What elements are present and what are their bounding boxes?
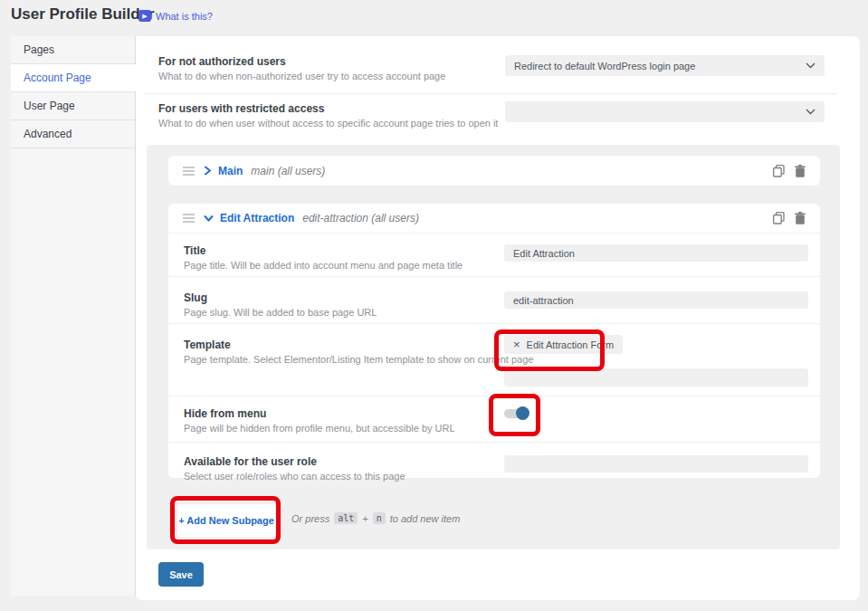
field-label: Hide from menu: [184, 407, 455, 420]
hide-from-menu-toggle[interactable]: [504, 409, 528, 418]
chevron-down-icon: [806, 62, 816, 69]
save-button[interactable]: Save: [158, 562, 204, 587]
field-user-role: Available for the user role Select user …: [184, 455, 405, 482]
help-link-label: What is this?: [156, 11, 213, 22]
field-description: Select user role/roles who can access to…: [184, 471, 405, 482]
drag-handle-icon[interactable]: [183, 217, 195, 219]
subpage-card-main: Main main (all users): [168, 156, 820, 186]
remove-tag-icon[interactable]: ×: [513, 339, 520, 350]
template-select-input[interactable]: [504, 368, 808, 387]
subpage-card-edit-attraction: Edit Attraction edit-attraction (all use…: [168, 204, 820, 478]
setting-label: For users with restricted access: [158, 102, 498, 115]
field-slug: Slug Page slug. Will be added to base pa…: [184, 291, 377, 318]
template-tag-label: Edit Attraction Form: [527, 339, 615, 350]
not-authorized-select[interactable]: Redirect to default WordPress login page: [505, 55, 825, 76]
chevron-down-icon: [806, 109, 816, 115]
setting-restricted-access: For users with restricted access What to…: [158, 102, 498, 129]
sidebar: Pages Account Page User Page Advanced: [11, 36, 136, 596]
sidebar-item-advanced[interactable]: Advanced: [11, 120, 135, 148]
help-link[interactable]: ▶ What is this?: [138, 10, 213, 22]
field-hide-from-menu: Hide from menu Page will be hidden from …: [184, 407, 455, 434]
sidebar-item-account-page[interactable]: Account Page: [11, 64, 136, 92]
field-divider: [168, 396, 820, 396]
setting-description: What to do when non-authorized user try …: [158, 71, 445, 81]
field-label: Available for the user role: [184, 455, 405, 468]
sidebar-item-pages[interactable]: Pages: [11, 36, 135, 64]
subpage-card-main-header: Main main (all users): [168, 156, 820, 186]
field-divider: [168, 323, 820, 324]
field-description: Page title. Will be added into account m…: [184, 260, 463, 271]
shortcut-hint: Or press alt + n to add new item: [291, 512, 460, 524]
trash-icon[interactable]: [795, 165, 806, 177]
chevron-down-icon[interactable]: [204, 215, 214, 223]
row-divider: [145, 93, 837, 94]
drag-handle-icon[interactable]: [183, 170, 195, 172]
subpage-card-edit-header: Edit Attraction edit-attraction (all use…: [168, 204, 820, 234]
key-n: n: [373, 512, 386, 524]
title-input[interactable]: [504, 244, 808, 262]
subpage-meta: main (all users): [251, 165, 325, 177]
hint-suffix: to add new item: [390, 513, 461, 524]
trash-icon[interactable]: [795, 212, 806, 224]
subpage-meta: edit-attraction (all users): [302, 212, 419, 224]
duplicate-icon[interactable]: [773, 165, 785, 177]
sidebar-item-user-page[interactable]: User Page: [11, 92, 135, 120]
field-description: Page slug. Will be added to base page UR…: [184, 307, 377, 318]
setting-description: What to do when user without access to s…: [158, 118, 498, 129]
user-role-input[interactable]: [504, 455, 808, 473]
toggle-knob: [516, 406, 529, 420]
restricted-access-select[interactable]: [505, 101, 825, 122]
field-label: Slug: [184, 291, 377, 304]
slug-input[interactable]: [504, 291, 808, 309]
subpage-title-link[interactable]: Main: [218, 165, 243, 177]
template-tag-chip[interactable]: × Edit Attraction Form: [504, 335, 623, 354]
field-label: Title: [184, 244, 463, 257]
key-alt: alt: [334, 512, 358, 524]
hint-prefix: Or press: [291, 513, 329, 524]
chevron-right-icon[interactable]: [204, 166, 212, 176]
setting-not-authorized: For not authorized users What to do when…: [158, 55, 445, 81]
add-new-subpage-button[interactable]: + Add New Subpage: [177, 504, 275, 537]
field-template: Template Page template. Select Elementor…: [184, 339, 533, 365]
field-label: Template: [184, 339, 533, 351]
field-divider: [168, 276, 820, 277]
hint-plus: +: [362, 513, 367, 524]
field-divider: [168, 442, 820, 443]
setting-label: For not authorized users: [158, 55, 445, 68]
duplicate-icon[interactable]: [773, 212, 785, 224]
video-play-icon: ▶: [138, 10, 151, 22]
field-title: Title Page title. Will be added into acc…: [184, 244, 463, 271]
subpage-title-link[interactable]: Edit Attraction: [220, 212, 294, 224]
not-authorized-select-value: Redirect to default WordPress login page: [514, 61, 695, 72]
field-description: Page will be hidden from profile menu, b…: [184, 423, 455, 434]
field-description: Page template. Select Elementor/Listing …: [184, 354, 533, 365]
page-title: User Profile Builder: [11, 5, 155, 24]
